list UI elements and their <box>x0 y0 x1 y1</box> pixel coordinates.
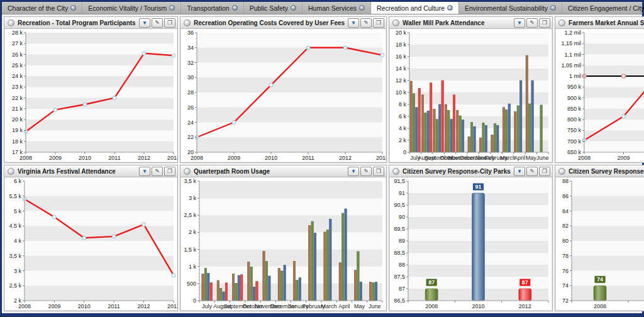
annotate-button[interactable]: ✎ <box>360 167 372 176</box>
svg-text:88: 88 <box>399 262 405 268</box>
svg-text:76: 76 <box>562 268 569 274</box>
annotate-button[interactable]: ✎ <box>152 167 163 176</box>
annotate-icon: ✎ <box>155 168 160 174</box>
maximize-icon: ❐ <box>376 19 381 26</box>
svg-text:900 k: 900 k <box>567 95 582 101</box>
chart-canvas[interactable]: 2022242628303234362008200920102011201220… <box>180 29 386 162</box>
tab-status-icon <box>550 5 556 11</box>
tab-status-icon <box>359 5 365 11</box>
panel-header-buttons: ▾✎❐ <box>348 18 384 28</box>
panel-title: Farmers Market Annual Sales <box>569 19 644 26</box>
drilldown-icon: ▾ <box>352 19 355 26</box>
chart-canvas[interactable]: 650 k700 k750 k800 k850 k900 k950 k1 mil… <box>555 29 644 162</box>
annotate-icon: ✎ <box>364 19 369 26</box>
panel-header-buttons: ▾✎❐ <box>514 167 550 176</box>
tab-transportation[interactable]: Transportation <box>181 2 243 14</box>
panel-header-buttons: ▾✎❐ <box>514 18 550 28</box>
panel-title: Waller Mill Park Attendance <box>402 19 511 26</box>
panel-title: Citizen Survey Response-City Parks <box>402 168 511 175</box>
chart-sphere-icon <box>184 19 191 26</box>
svg-text:87,5: 87,5 <box>394 274 406 280</box>
svg-text:2009: 2009 <box>618 155 630 161</box>
chart-canvas[interactable]: 87918786,58787,58888,58989,59090,59191,5… <box>389 177 552 311</box>
svg-text:22: 22 <box>187 134 194 140</box>
svg-text:26: 26 <box>187 104 194 111</box>
svg-text:1,05 mil: 1,05 mil <box>562 62 582 69</box>
tab-recreation-and-culture[interactable]: Recreation and Culture <box>371 2 459 14</box>
drilldown-button[interactable]: ▾ <box>514 18 525 28</box>
svg-text:10 k: 10 k <box>396 89 407 96</box>
drilldown-icon: ▾ <box>352 168 355 174</box>
drilldown-button[interactable]: ▾ <box>348 167 359 176</box>
maximize-button[interactable]: ❐ <box>164 167 175 176</box>
maximize-icon: ❐ <box>542 168 547 174</box>
svg-text:2013: 2013 <box>167 155 177 161</box>
chart-canvas[interactable]: 2 k2,5 k3 k3,5 k4 k4,5 k5 k5,5 k6 k20082… <box>4 177 177 311</box>
maximize-button[interactable]: ❐ <box>539 18 550 28</box>
drilldown-button[interactable]: ▾ <box>139 18 150 28</box>
chart-canvas[interactable]: 17 k18 k19 k20 k21 k22 k23 k24 k25 k26 k… <box>4 29 177 162</box>
annotate-button[interactable]: ✎ <box>152 18 163 28</box>
tab-public-safety[interactable]: Public Safety <box>244 2 303 14</box>
svg-text:June: June <box>536 155 549 161</box>
svg-text:18 k: 18 k <box>396 42 407 48</box>
svg-text:74: 74 <box>597 276 603 282</box>
svg-text:2010: 2010 <box>265 155 277 161</box>
svg-text:36: 36 <box>187 30 194 36</box>
svg-text:March: March <box>321 303 337 309</box>
svg-text:950 k: 950 k <box>567 84 582 90</box>
annotate-button[interactable]: ✎ <box>360 18 372 28</box>
maximize-button[interactable]: ❐ <box>373 18 384 28</box>
svg-text:20 k: 20 k <box>396 30 407 36</box>
dashboard-tabbar: Character of the City Economic Vitality … <box>2 2 642 14</box>
svg-text:74: 74 <box>562 282 569 289</box>
tab-human-services[interactable]: Human Services <box>303 2 371 14</box>
svg-text:5,5 k: 5,5 k <box>9 193 21 199</box>
svg-text:500: 500 <box>187 281 196 287</box>
svg-text:32: 32 <box>187 60 194 66</box>
svg-text:30: 30 <box>187 74 194 81</box>
svg-text:88,5: 88,5 <box>394 250 406 256</box>
svg-text:2,5 k: 2,5 k <box>184 212 196 218</box>
annotate-icon: ✎ <box>530 168 535 174</box>
drilldown-button[interactable]: ▾ <box>139 167 150 176</box>
drilldown-button[interactable]: ▾ <box>348 18 359 28</box>
panel-1: Recreation Operating Costs Covered by Us… <box>180 16 387 163</box>
tab-economic-vitality-tourism[interactable]: Economic Vitality / Tourism <box>82 2 181 14</box>
tab-status-icon <box>447 5 453 11</box>
svg-text:27 k: 27 k <box>12 40 23 47</box>
annotate-button[interactable]: ✎ <box>526 18 538 28</box>
svg-text:89,5: 89,5 <box>394 226 406 232</box>
svg-text:2 k: 2 k <box>399 137 407 143</box>
maximize-icon: ❐ <box>167 168 172 174</box>
chart-sphere-icon <box>8 19 14 26</box>
annotate-icon: ✎ <box>530 19 535 26</box>
svg-text:21 k: 21 k <box>12 106 23 112</box>
chart-canvas[interactable]: 02 k4 k6 k8 k10 k12 k14 k16 k18 k20 kJul… <box>389 29 552 162</box>
annotate-button[interactable]: ✎ <box>526 167 538 176</box>
maximize-button[interactable]: ❐ <box>539 167 550 176</box>
maximize-button[interactable]: ❐ <box>373 167 384 176</box>
panel-header: Citizen Survey Response-Recreation Cente… <box>555 165 644 177</box>
svg-text:2008: 2008 <box>578 155 591 161</box>
svg-text:86: 86 <box>562 193 569 199</box>
tab-environmental-sustainability[interactable]: Environmental Sustainability <box>459 2 562 14</box>
svg-text:April: April <box>514 155 525 161</box>
chart-sphere-icon <box>558 168 565 175</box>
svg-text:3,5 k: 3,5 k <box>9 253 21 259</box>
annotate-icon: ✎ <box>155 19 160 26</box>
drilldown-button[interactable]: ▾ <box>514 167 525 176</box>
tab-label: Human Services <box>308 4 357 12</box>
tab-character-of-the-city[interactable]: Character of the City <box>2 2 82 14</box>
svg-text:34: 34 <box>187 45 194 51</box>
chart-canvas[interactable]: 05001 k1,5 k2 k2,5 k3 k3,5 kJulyAugustSe… <box>180 177 386 311</box>
maximize-button[interactable]: ❐ <box>164 18 175 28</box>
svg-text:2009: 2009 <box>228 155 240 161</box>
chart-canvas[interactable]: 748683727476788082848688200820102012 <box>555 177 644 311</box>
svg-text:2011: 2011 <box>108 155 120 161</box>
tab-citizen-engagement-city-governance[interactable]: Citizen Engagement / City Governance <box>562 2 644 14</box>
tab-label: Transportation <box>187 4 229 12</box>
svg-text:26 k: 26 k <box>12 52 23 58</box>
tab-label: Recreation and Culture <box>377 4 445 12</box>
svg-text:0: 0 <box>403 149 406 155</box>
